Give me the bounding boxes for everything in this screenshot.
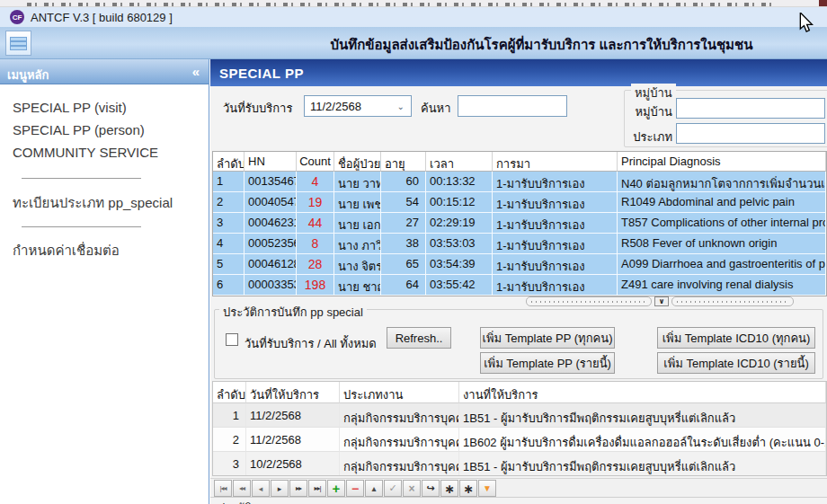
cell-diagnosis: A099 Diarrhoea and gastroenteritis of p — [618, 254, 826, 275]
service-date-combobox[interactable]: 11/2/2568 ⌄ — [304, 95, 412, 117]
service-date-label: วันที่รับบริการ — [223, 99, 292, 118]
cell-seq: 6 — [213, 275, 245, 296]
column-header[interactable]: วันที่ให้บริการ — [246, 382, 340, 403]
nav-insert-button[interactable]: + — [327, 480, 345, 497]
cell-diagnosis: R1049 Abdominal and pelvic pain — [618, 192, 826, 213]
table-row[interactable]: 1 00135467 4 นาย วาท ส 60 00:13:32 1-มาร… — [213, 172, 826, 192]
cell-name: นาย ชาญชั — [334, 275, 381, 296]
table-row[interactable]: 3 10/2/2568 กลุ่มกิจกรรมบริการบุคคล 1B51… — [213, 452, 826, 476]
cell-time: 03:53:03 — [426, 234, 493, 254]
column-header[interactable]: การมา — [493, 152, 618, 172]
last-record-icon: ▸▸| — [314, 484, 320, 492]
village-label: หมู่บ้าน — [633, 102, 672, 121]
nav-goto-bookmark-button[interactable]: ∗ — [459, 480, 477, 497]
splitter-track[interactable] — [526, 296, 652, 306]
table-row[interactable]: 1 11/2/2568 กลุ่มกิจกรรมบริการบุคคล 1B51… — [213, 403, 826, 428]
background-text-remnant — [27, 3, 771, 6]
cell-work-type: กลุ่มกิจกรรมบริการบุคคล — [340, 403, 459, 428]
column-header[interactable]: HN — [245, 152, 297, 172]
column-header[interactable]: ประเภทงาน — [340, 382, 459, 403]
village-type-input[interactable] — [676, 123, 825, 144]
cell-name: นาง ภาวิก — [334, 234, 381, 254]
nav-delete-button[interactable]: − — [346, 480, 364, 497]
nav-filter-button[interactable]: ▼ — [478, 480, 496, 497]
cell-age: 60 — [381, 172, 426, 192]
sidebar-item-special-pp-person[interactable]: SPECIAL PP (person) — [13, 122, 145, 137]
sidebar-item-pp-special-registry[interactable]: ทะเบียนประเภท pp_special — [13, 192, 173, 214]
cell-time: 00:13:32 — [426, 172, 493, 192]
window-titlebar[interactable]: CF ANTCF V.3 [ build 680129 ] — [0, 7, 827, 27]
village-input[interactable] — [676, 98, 825, 119]
cell-date: 10/2/2568 — [246, 452, 340, 476]
visits-table-header: ลำดับ HN Count ชื่อผู้ป่วย อายุ เวลา การ… — [213, 152, 826, 172]
village-type-label: ประเภท — [633, 128, 672, 146]
add-template-icd10-all-button[interactable]: เพิ่ม Template ICD10 (ทุกคน) — [657, 327, 815, 349]
goto-bookmark-icon: ∗ — [463, 482, 474, 496]
splitter-track[interactable] — [671, 296, 794, 306]
main-menu-sidebar: เมนูหลัก « SPECIAL PP (visit) SPECIAL PP… — [0, 59, 209, 504]
column-header[interactable]: งานที่ให้บริการ — [459, 382, 826, 403]
refresh-data-icon: ↪ — [426, 482, 434, 494]
nav-prior-page-button[interactable]: ◂◂ — [233, 480, 251, 497]
nav-prior-button[interactable]: ◂ — [252, 480, 270, 497]
cell-seq: 3 — [213, 452, 246, 476]
nav-bookmark-button[interactable]: ∗ — [440, 480, 458, 497]
grid-splitter[interactable]: ∨ — [526, 296, 796, 307]
add-template-pp-one-button[interactable]: เพิ่ม Template PP (รายนี้) — [480, 352, 615, 374]
cell-seq: 3 — [213, 213, 245, 234]
village-group-title: หมู่บ้าน — [631, 84, 676, 102]
search-input[interactable] — [458, 95, 567, 117]
refresh-button[interactable]: Refresh.. — [387, 327, 451, 349]
table-row[interactable]: 2 11/2/2568 กลุ่มกิจกรรมบริการบุคคล 1B60… — [213, 428, 826, 452]
sidebar-item-connection-settings[interactable]: กำหนดค่าเชื่อมต่อ — [13, 240, 120, 261]
nav-next-button[interactable]: ▸ — [271, 480, 289, 497]
nav-next-page-button[interactable]: ▸▸ — [289, 480, 307, 497]
insert-record-icon: + — [333, 481, 341, 496]
menu-toggle-button[interactable] — [5, 31, 31, 56]
nav-first-button[interactable]: |◂◂ — [214, 480, 232, 497]
column-header[interactable]: อายุ — [381, 152, 426, 172]
services-table[interactable]: ลำดับ วันที่ให้บริการ ประเภทงาน งานที่ให… — [212, 381, 827, 476]
add-template-pp-all-button[interactable]: เพิ่ม Template PP (ทุกคน) — [480, 327, 615, 349]
cell-count: 198 — [297, 275, 334, 296]
cell-seq: 5 — [213, 254, 245, 275]
nav-refresh-button[interactable]: ↪ — [422, 480, 440, 497]
column-header[interactable]: ลำดับ — [213, 382, 246, 403]
table-row[interactable]: 6 00003353 198 นาย ชาญชั 64 03:55:42 1-ม… — [213, 275, 826, 296]
icd10-history-group-title: ประวัติ ICD10 — [218, 499, 288, 504]
table-row[interactable]: 3 00046231 44 นาย เอกชั 27 02:29:19 1-มา… — [213, 213, 826, 234]
table-row[interactable]: 5 00046128 28 นาง จิตรน 65 03:54:39 1-มา… — [213, 254, 826, 275]
nav-post-button[interactable]: ✓ — [384, 480, 402, 497]
antcf-window: CF ANTCF V.3 [ build 680129 ] บันทึกข้อม… — [0, 0, 827, 504]
table-row[interactable]: 4 00052356 8 นาง ภาวิก 38 03:53:03 1-มาร… — [213, 234, 826, 254]
column-header[interactable]: เวลา — [426, 152, 493, 172]
services-table-header: ลำดับ วันที่ให้บริการ ประเภทงาน งานที่ให… — [213, 382, 826, 403]
cell-diagnosis: R508 Fever of unknown origin — [618, 234, 826, 254]
column-header[interactable]: Count — [297, 152, 334, 172]
cell-count: 19 — [297, 192, 334, 213]
sidebar-item-special-pp-visit[interactable]: SPECIAL PP (visit) — [13, 100, 127, 115]
cell-age: 54 — [381, 192, 426, 213]
nav-cancel-button[interactable]: × — [403, 480, 421, 497]
column-header[interactable]: ลำดับ — [213, 152, 245, 172]
column-header[interactable]: ชื่อผู้ป่วย — [334, 152, 381, 172]
sidebar-collapse-icon[interactable]: « — [192, 64, 200, 79]
splitter-collapse-button[interactable]: ∨ — [654, 296, 669, 306]
visits-table[interactable]: ลำดับ HN Count ชื่อผู้ป่วย อายุ เวลา การ… — [212, 151, 827, 296]
table-row[interactable]: 2 00040547 19 นาย เพชร 54 00:15:12 1-มาร… — [213, 192, 826, 213]
all-dates-checkbox[interactable] — [226, 333, 238, 346]
cell-seq: 1 — [213, 403, 246, 428]
column-header[interactable]: Principal Diagnosis — [618, 152, 826, 172]
cell-work-type: กลุ่มกิจกรรมบริการบุคคล — [340, 428, 459, 452]
nav-edit-button[interactable]: ▴ — [365, 480, 383, 497]
cell-visit-type: 1-มารับบริการเอง — [493, 275, 618, 296]
cell-count: 44 — [297, 213, 334, 234]
post-edit-icon: ✓ — [388, 482, 396, 494]
cell-name: นาย วาท ส — [334, 172, 381, 192]
nav-last-button[interactable]: ▸▸| — [308, 480, 326, 497]
window-title: ANTCF V.3 [ build 680129 ] — [31, 11, 173, 24]
cell-visit-type: 1-มารับบริการเอง — [493, 213, 618, 234]
add-template-icd10-one-button[interactable]: เพิ่ม Template ICD10 (รายนี้) — [657, 352, 815, 374]
sidebar-item-community-service[interactable]: COMMUNITY SERVICE — [13, 145, 158, 160]
chevron-down-icon[interactable]: ⌄ — [397, 102, 405, 111]
